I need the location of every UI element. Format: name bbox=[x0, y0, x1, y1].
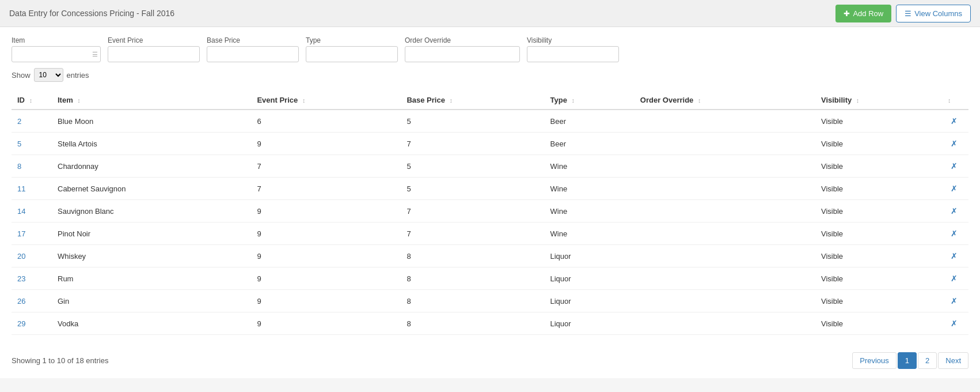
col-header-item[interactable]: Item ↕ bbox=[52, 91, 251, 110]
delete-button[interactable]: ✗ bbox=[947, 250, 961, 262]
next-button[interactable]: Next bbox=[938, 352, 968, 369]
cell-event-price: 7 bbox=[251, 155, 401, 178]
cell-event-price: 9 bbox=[251, 200, 401, 223]
filter-event-price-label: Event Price bbox=[108, 36, 200, 44]
filter-base-price-input[interactable] bbox=[207, 46, 299, 62]
table-row: 23 Rum 9 8 Liquor Visible ✗ bbox=[12, 267, 968, 290]
page-2-button[interactable]: 2 bbox=[918, 352, 937, 369]
filter-base-price-label: Base Price bbox=[207, 36, 299, 44]
cell-visibility: Visible bbox=[815, 312, 940, 335]
cell-delete: ✗ bbox=[940, 267, 968, 290]
cell-event-price: 9 bbox=[251, 245, 401, 267]
cell-order-override bbox=[635, 178, 815, 200]
cell-base-price: 7 bbox=[401, 200, 544, 223]
cell-order-override bbox=[635, 155, 815, 178]
cell-type: Liquor bbox=[545, 267, 635, 290]
cell-delete: ✗ bbox=[940, 155, 968, 178]
cell-type: Beer bbox=[545, 110, 635, 133]
show-label: Show bbox=[12, 71, 31, 80]
view-columns-button[interactable]: ☰ View Columns bbox=[896, 5, 971, 22]
cell-visibility: Visible bbox=[815, 290, 940, 312]
cell-order-override bbox=[635, 312, 815, 335]
cell-base-price: 5 bbox=[401, 155, 544, 178]
cell-order-override bbox=[635, 223, 815, 245]
cell-id: 11 bbox=[12, 178, 52, 200]
cell-order-override bbox=[635, 290, 815, 312]
table-row: 14 Sauvignon Blanc 9 7 Wine Visible ✗ bbox=[12, 200, 968, 223]
delete-button[interactable]: ✗ bbox=[947, 138, 961, 149]
show-entries: Show 10 25 50 100 entries bbox=[12, 68, 968, 82]
filter-order-override-col: Order Override bbox=[405, 36, 520, 62]
delete-button[interactable]: ✗ bbox=[947, 160, 961, 172]
cell-item: Whiskey bbox=[52, 245, 251, 267]
cell-id: 5 bbox=[12, 133, 52, 155]
page-1-button[interactable]: 1 bbox=[898, 352, 917, 369]
sort-icon-order-override: ↕ bbox=[698, 97, 701, 104]
col-header-event-price[interactable]: Event Price ↕ bbox=[251, 91, 401, 110]
entries-label: entries bbox=[67, 71, 89, 80]
filter-item-input[interactable] bbox=[12, 46, 101, 62]
filter-visibility-input[interactable] bbox=[527, 46, 619, 62]
cell-base-price: 5 bbox=[401, 110, 544, 133]
cell-item: Sauvignon Blanc bbox=[52, 200, 251, 223]
filter-item-col: Item ☰ bbox=[12, 36, 101, 62]
col-header-type[interactable]: Type ↕ bbox=[545, 91, 635, 110]
cell-delete: ✗ bbox=[940, 200, 968, 223]
cell-item: Vodka bbox=[52, 312, 251, 335]
cell-visibility: Visible bbox=[815, 267, 940, 290]
delete-button[interactable]: ✗ bbox=[947, 205, 961, 217]
cell-id: 26 bbox=[12, 290, 52, 312]
filter-item-label: Item bbox=[12, 36, 101, 44]
filter-order-override-input[interactable] bbox=[405, 46, 520, 62]
cell-id: 23 bbox=[12, 267, 52, 290]
cell-type: Wine bbox=[545, 200, 635, 223]
cell-id: 8 bbox=[12, 155, 52, 178]
col-header-order-override[interactable]: Order Override ↕ bbox=[635, 91, 815, 110]
cell-order-override bbox=[635, 267, 815, 290]
table-header-row: ID ↕ Item ↕ Event Price ↕ Base Price ↕ T… bbox=[12, 91, 968, 110]
delete-button[interactable]: ✗ bbox=[947, 228, 961, 239]
table-row: 8 Chardonnay 7 5 Wine Visible ✗ bbox=[12, 155, 968, 178]
filter-event-price-input[interactable] bbox=[108, 46, 200, 62]
previous-button[interactable]: Previous bbox=[852, 352, 897, 369]
filter-order-override-label: Order Override bbox=[405, 36, 520, 44]
cell-order-override bbox=[635, 245, 815, 267]
cell-item: Gin bbox=[52, 290, 251, 312]
columns-icon: ☰ bbox=[905, 9, 911, 18]
cell-visibility: Visible bbox=[815, 245, 940, 267]
cell-event-price: 9 bbox=[251, 133, 401, 155]
col-header-base-price[interactable]: Base Price ↕ bbox=[401, 91, 544, 110]
cell-type: Wine bbox=[545, 155, 635, 178]
cell-delete: ✗ bbox=[940, 245, 968, 267]
cell-type: Wine bbox=[545, 178, 635, 200]
delete-button[interactable]: ✗ bbox=[947, 273, 961, 284]
cell-item: Blue Moon bbox=[52, 110, 251, 133]
table-row: 5 Stella Artois 9 7 Beer Visible ✗ bbox=[12, 133, 968, 155]
entries-select[interactable]: 10 25 50 100 bbox=[34, 68, 63, 82]
cell-base-price: 5 bbox=[401, 178, 544, 200]
cell-order-override bbox=[635, 133, 815, 155]
delete-button[interactable]: ✗ bbox=[947, 295, 961, 307]
delete-button[interactable]: ✗ bbox=[947, 318, 961, 329]
showing-text: Showing 1 to 10 of 18 entries bbox=[12, 356, 108, 365]
delete-button[interactable]: ✗ bbox=[947, 183, 961, 194]
cell-type: Liquor bbox=[545, 245, 635, 267]
col-header-visibility[interactable]: Visibility ↕ bbox=[815, 91, 940, 110]
filter-type-col: Type bbox=[306, 36, 398, 62]
cell-base-price: 7 bbox=[401, 133, 544, 155]
filter-row: Item ☰ Event Price Base Price Type Order… bbox=[12, 36, 968, 62]
item-filter-wrapper: ☰ bbox=[12, 46, 101, 62]
filter-type-input[interactable] bbox=[306, 46, 398, 62]
filter-event-price-col: Event Price bbox=[108, 36, 200, 62]
cell-delete: ✗ bbox=[940, 312, 968, 335]
cell-id: 2 bbox=[12, 110, 52, 133]
top-bar-buttons: ✚ Add Row ☰ View Columns bbox=[835, 5, 971, 22]
add-row-button[interactable]: ✚ Add Row bbox=[835, 5, 891, 22]
table-row: 26 Gin 9 8 Liquor Visible ✗ bbox=[12, 290, 968, 312]
col-header-id[interactable]: ID ↕ bbox=[12, 91, 52, 110]
filter-visibility-label: Visibility bbox=[527, 36, 619, 44]
sort-icon-id: ↕ bbox=[29, 97, 33, 104]
sort-icon-base-price: ↕ bbox=[450, 97, 453, 104]
delete-button[interactable]: ✗ bbox=[947, 115, 961, 127]
cell-type: Liquor bbox=[545, 312, 635, 335]
